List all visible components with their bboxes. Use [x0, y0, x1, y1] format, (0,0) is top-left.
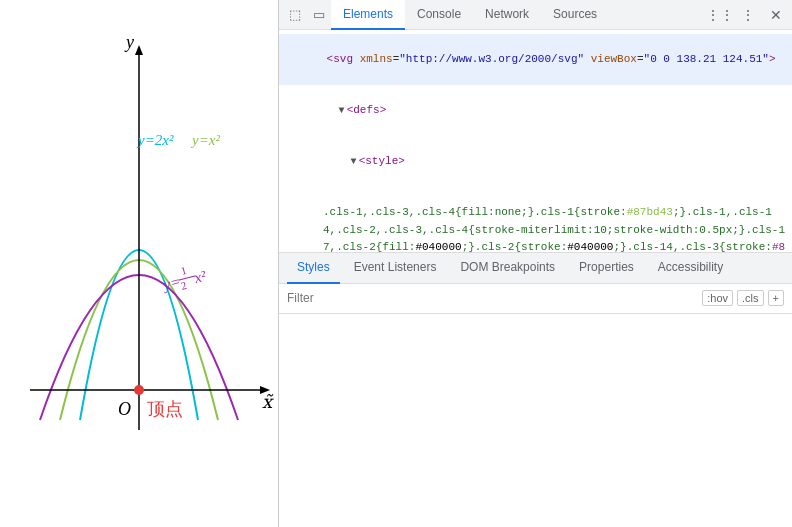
filter-hov-button[interactable]: :hov [702, 290, 733, 306]
tab-dom-breakpoints[interactable]: DOM Breakpoints [450, 252, 565, 284]
code-panel[interactable]: <svg xmlns="http://www.w3.org/2000/svg" … [279, 30, 792, 252]
devtools-panel: ⬚ ▭ Elements Console Network Sources ⋮⋮ … [278, 0, 792, 527]
tab-event-listeners[interactable]: Event Listeners [344, 252, 447, 284]
properties-area [279, 314, 792, 528]
tab-network[interactable]: Network [473, 0, 541, 30]
svg-text:O: O [118, 399, 131, 419]
tab-sources[interactable]: Sources [541, 0, 609, 30]
tab-accessibility[interactable]: Accessibility [648, 252, 733, 284]
svg-point-5 [134, 385, 144, 395]
code-line-2: ▼<defs> [279, 85, 792, 136]
tab-properties[interactable]: Properties [569, 252, 644, 284]
tab-elements[interactable]: Elements [331, 0, 405, 30]
inspect-icon[interactable]: ⬚ [283, 3, 307, 27]
close-devtools-icon[interactable]: ✕ [764, 3, 788, 27]
graph-panel: y x̃ O 顶点 y=2x² y=x² y= 1 2 x² [0, 0, 278, 527]
more-tabs-icon[interactable]: ⋮⋮ [708, 3, 732, 27]
svg-text:顶点: 顶点 [147, 399, 183, 419]
filter-bar: :hov .cls + [279, 284, 792, 314]
svg-text:y=2x²: y=2x² [136, 132, 174, 148]
code-line-1: <svg xmlns="http://www.w3.org/2000/svg" … [279, 34, 792, 85]
filter-input[interactable] [287, 291, 694, 305]
more-options-icon[interactable]: ⋮ [736, 3, 760, 27]
tab-console[interactable]: Console [405, 0, 473, 30]
devtools-header: ⬚ ▭ Elements Console Network Sources ⋮⋮ … [279, 0, 792, 30]
bottom-tabs: Styles Event Listeners DOM Breakpoints P… [279, 252, 792, 284]
device-icon[interactable]: ▭ [307, 3, 331, 27]
filter-add-button[interactable]: + [768, 290, 784, 306]
svg-text:y: y [124, 32, 134, 52]
code-line-3: ▼<style> [279, 136, 792, 187]
tab-styles[interactable]: Styles [287, 252, 340, 284]
svg-text:y=x²: y=x² [190, 132, 220, 148]
code-line-4: .cls-1,.cls-3,.cls-4{fill:none;}.cls-1{s… [279, 187, 792, 251]
filter-cls-button[interactable]: .cls [737, 290, 764, 306]
